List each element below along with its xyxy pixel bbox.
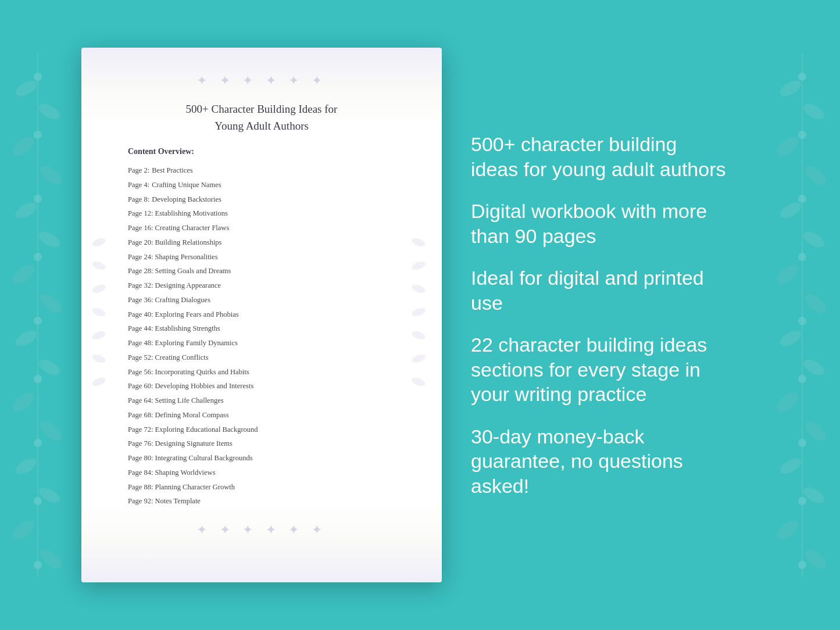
svg-point-36 [411,306,427,317]
svg-point-9 [13,327,40,349]
svg-point-22 [34,375,42,383]
svg-point-15 [9,517,37,543]
svg-point-20 [34,253,42,261]
svg-point-47 [774,261,802,287]
toc-item: Page 92: Notes Template [128,494,395,509]
toc-item: Page 60: Developing Hobbies and Interest… [128,379,395,393]
svg-point-53 [778,455,804,477]
svg-point-10 [37,356,63,378]
svg-point-60 [798,253,806,261]
svg-point-8 [37,290,65,316]
toc-item: Page 4: Crafting Unique Names [128,178,395,192]
feature-item-5: 30-day money-back guarantee, no question… [471,424,730,499]
svg-point-5 [13,199,40,221]
toc-item: Page 8: Developing Backstories [128,192,395,207]
svg-point-49 [778,327,804,349]
svg-point-38 [411,353,427,364]
svg-point-31 [91,353,107,364]
toc-item: Page 80: Integrating Cultural Background… [128,451,395,466]
feature-item-4: 22 character building ideas sections for… [471,332,730,407]
toc-item: Page 12: Establishing Motivations [128,206,395,221]
toc-item: Page 2: Best Practices [128,163,395,178]
svg-point-37 [411,330,427,341]
toc-item: Page 64: Setting Life Challenges [128,393,395,408]
svg-point-45 [778,199,804,221]
svg-point-30 [91,330,107,341]
toc-item: Page 48: Exploring Family Dynamics [128,336,395,350]
svg-point-58 [798,131,806,139]
svg-point-27 [91,260,107,271]
svg-point-28 [91,283,107,294]
svg-point-62 [798,375,806,383]
toc-item: Page 44: Establishing Strengths [128,321,395,336]
toc-item: Page 76: Designing Signature Items [128,436,395,451]
svg-point-64 [798,497,806,505]
svg-point-21 [34,317,42,325]
svg-point-61 [798,317,806,325]
document-wrapper: ✦ ✦ ✦ ✦ ✦ ✦ [81,48,442,582]
table-of-contents: Page 2: Best PracticesPage 4: Crafting U… [128,163,395,509]
svg-point-25 [34,561,42,569]
svg-point-55 [774,517,802,543]
toc-item: Page 32: Designing Appearance [128,278,395,293]
svg-point-35 [411,283,427,294]
feature-item-1: 500+ character building ideas for young … [471,132,730,181]
svg-point-63 [798,439,806,447]
svg-point-48 [802,290,830,316]
toc-item: Page 56: Incorporating Quirks and Habits [128,365,395,380]
svg-point-34 [411,260,427,271]
svg-point-46 [801,228,827,250]
toc-item: Page 24: Shaping Personalities [128,250,395,264]
svg-point-43 [774,133,802,159]
svg-point-41 [778,77,804,99]
toc-item: Page 20: Building Relationships [128,235,395,250]
svg-point-11 [9,389,37,415]
svg-point-39 [411,376,427,387]
svg-point-6 [37,228,63,250]
toc-item: Page 88: Planning Character Growth [128,480,395,495]
svg-point-24 [34,497,42,505]
svg-point-51 [774,389,802,415]
toc-item: Page 72: Exploring Educational Backgroun… [128,423,395,437]
toc-item: Page 68: Defining Moral Compass [128,408,395,423]
content-overview-label: Content Overview: [128,147,395,156]
svg-point-13 [13,455,40,477]
document-page: ✦ ✦ ✦ ✦ ✦ ✦ [81,48,442,582]
svg-point-12 [37,418,65,444]
svg-point-23 [34,439,42,447]
svg-point-42 [801,101,827,122]
features-panel: 500+ character building ideas for young … [442,114,764,516]
svg-point-7 [9,261,37,287]
svg-point-18 [34,131,42,139]
feature-item-3: Ideal for digital and printed use [471,266,730,315]
svg-point-3 [9,133,37,159]
svg-point-50 [801,356,827,378]
svg-point-32 [91,376,107,387]
svg-point-26 [91,237,107,248]
svg-point-59 [798,195,806,203]
toc-item: Page 84: Shaping Worldviews [128,466,395,480]
svg-point-52 [802,418,830,444]
svg-point-17 [34,73,42,81]
svg-point-4 [37,162,65,188]
floral-left-decoration [0,0,76,630]
svg-point-33 [411,237,427,248]
left-side-ornament [87,225,116,405]
svg-point-65 [798,561,806,569]
feature-item-2: Digital workbook with more than 90 pages [471,199,730,248]
right-side-ornament [407,225,436,405]
document-title: 500+ Character Building Ideas for Young … [128,101,395,134]
toc-item: Page 52: Creating Conflicts [128,350,395,365]
svg-point-29 [91,306,107,317]
top-ornament: ✦ ✦ ✦ ✦ ✦ ✦ [128,71,395,91]
svg-point-19 [34,195,42,203]
toc-item: Page 36: Crafting Dialogues [128,293,395,307]
toc-item: Page 28: Setting Goals and Dreams [128,264,395,278]
svg-point-16 [37,546,65,572]
bottom-ornament: ✦ ✦ ✦ ✦ ✦ ✦ [128,520,395,540]
floral-right-decoration [764,0,840,630]
svg-point-57 [798,73,806,81]
svg-point-1 [13,77,40,99]
toc-item: Page 16: Creating Character Flaws [128,221,395,235]
toc-item: Page 40: Exploring Fears and Phobias [128,307,395,322]
